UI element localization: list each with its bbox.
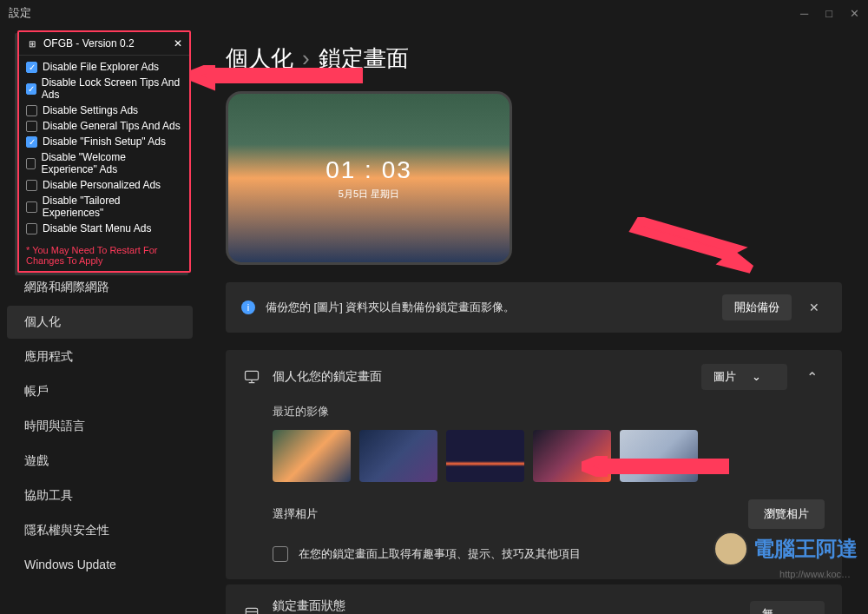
start-backup-button[interactable]: 開始備份 <box>722 294 792 320</box>
ofgb-item[interactable]: ✓Disable Lock Screen Tips And Ads <box>23 75 186 102</box>
checkbox[interactable] <box>26 158 36 169</box>
tips-checkbox[interactable] <box>273 546 288 562</box>
ofgb-item-label: Disable "Finish Setup" Ads <box>43 135 166 148</box>
ofgb-restart-note: * You May Need To Restart For Changes To… <box>19 240 189 271</box>
svg-marker-4 <box>582 458 725 475</box>
ofgb-popup: ⊞ OFGB - Version 0.2 ✕ ✓Disable File Exp… <box>17 30 191 273</box>
sidebar-item-network[interactable]: 網路和網際網路 <box>7 271 193 304</box>
checkbox[interactable]: ✓ <box>26 62 37 73</box>
close-icon[interactable]: ✕ <box>850 7 859 20</box>
ofgb-item[interactable]: Disable General Tips And Ads <box>23 118 186 134</box>
tips-checkbox-label: 在您的鎖定畫面上取得有趣事項、提示、技巧及其他項目 <box>299 546 581 562</box>
svg-marker-3 <box>635 221 751 269</box>
ofgb-item[interactable]: Disable "Welcome Experience" Ads <box>23 149 186 177</box>
background-type-dropdown[interactable]: 圖片 ⌄ <box>701 364 787 390</box>
ofgb-item[interactable]: Disable Start Menu Ads <box>23 221 186 236</box>
sidebar-item-privacy[interactable]: 隱私權與安全性 <box>7 514 193 547</box>
window-icon <box>243 605 260 615</box>
watermark-avatar-icon <box>713 531 748 566</box>
status-app-dropdown[interactable]: 無 ⌄ <box>750 601 825 615</box>
maximize-icon[interactable]: □ <box>825 7 832 20</box>
backup-info-banner: i 備份您的 [圖片] 資料夾以自動備份鎖定畫面影像。 開始備份 ✕ <box>226 282 842 333</box>
section-title: 個人化您的鎖定畫面 <box>273 369 689 385</box>
thumbnail[interactable] <box>273 430 351 482</box>
annotation-arrow <box>189 65 363 91</box>
ofgb-item-label: Disable "Welcome Experience" Ads <box>41 151 182 175</box>
ofgb-item[interactable]: Disable Settings Ads <box>23 102 186 118</box>
recent-thumbnails <box>273 430 825 482</box>
watermark-text: 電腦王阿達 <box>753 535 858 563</box>
preview-time: 01 : 03 <box>326 156 412 184</box>
ofgb-item[interactable]: Disable Personalized Ads <box>23 177 186 193</box>
close-banner-button[interactable]: ✕ <box>802 300 826 314</box>
ofgb-item[interactable]: Disable "Tailored Experiences" <box>23 193 186 221</box>
recent-images-label: 最近的影像 <box>273 404 825 419</box>
checkbox[interactable] <box>26 201 37 213</box>
thumbnail[interactable] <box>446 430 524 482</box>
sidebar-item-gaming[interactable]: 遊戲 <box>7 445 193 478</box>
lockscreen-preview: 01 : 03 5月5日 星期日 <box>226 91 512 265</box>
ofgb-item-label: Disable "Tailored Experiences" <box>43 195 182 219</box>
status-title: 鎖定畫面狀態 <box>273 598 738 614</box>
checkbox[interactable] <box>26 105 37 116</box>
watermark-url: http://www.koc… <box>779 569 851 579</box>
ofgb-title-text: OFGB - Version 0.2 <box>43 37 135 50</box>
ofgb-item-label: Disable File Explorer Ads <box>43 61 159 73</box>
ofgb-item-label: Disable Settings Ads <box>43 104 138 116</box>
svg-marker-2 <box>189 67 358 84</box>
ofgb-titlebar: ⊞ OFGB - Version 0.2 ✕ <box>19 32 189 56</box>
ofgb-item-label: Disable Lock Screen Tips And Ads <box>42 76 182 101</box>
sidebar-item-accessibility[interactable]: 協助工具 <box>7 479 193 512</box>
svg-rect-0 <box>246 371 259 380</box>
chevron-up-icon[interactable]: ⌃ <box>799 369 825 386</box>
lockscreen-status-section: 鎖定畫面狀態 選擇要在鎖定畫面上顯示詳細狀態的應用程式 無 ⌄ <box>226 584 842 614</box>
ofgb-item[interactable]: ✓Disable "Finish Setup" Ads <box>23 134 186 149</box>
ofgb-item-label: Disable Personalized Ads <box>43 179 161 191</box>
ofgb-item-label: Disable Start Menu Ads <box>43 222 151 234</box>
watermark: 電腦王阿達 <box>713 531 858 566</box>
sidebar-item-update[interactable]: Windows Update <box>7 549 193 580</box>
info-text: 備份您的 [圖片] 資料夾以自動備份鎖定畫面影像。 <box>266 300 712 315</box>
thumbnail[interactable] <box>359 430 437 482</box>
ofgb-app-icon: ⊞ <box>26 37 38 50</box>
main-content: 個人化 › 鎖定畫面 01 : 03 5月5日 星期日 i 備份您的 [圖片] … <box>200 26 868 614</box>
sidebar-item-personalization[interactable]: 個人化 <box>7 306 193 339</box>
minimize-icon[interactable]: ─ <box>800 7 808 20</box>
checkbox[interactable] <box>26 180 37 191</box>
window-controls: ─ □ ✕ <box>800 7 859 20</box>
preview-date: 5月5日 星期日 <box>339 188 399 201</box>
ofgb-item-label: Disable General Tips And Ads <box>43 120 181 132</box>
window-title: 設定 <box>9 5 31 21</box>
ofgb-item[interactable]: ✓Disable File Explorer Ads <box>23 59 186 75</box>
window-titlebar: 設定 ─ □ ✕ <box>0 0 868 26</box>
checkbox[interactable] <box>26 223 37 234</box>
sidebar-item-apps[interactable]: 應用程式 <box>7 340 193 373</box>
annotation-arrow <box>625 217 755 278</box>
info-icon: i <box>241 300 255 314</box>
annotation-arrow <box>582 456 729 477</box>
monitor-icon <box>243 368 260 386</box>
checkbox[interactable]: ✓ <box>26 83 36 95</box>
ofgb-close-button[interactable]: ✕ <box>174 37 182 50</box>
sidebar-item-time[interactable]: 時間與語言 <box>7 410 193 443</box>
choose-photo-label: 選擇相片 <box>273 506 748 522</box>
browse-photos-button[interactable]: 瀏覽相片 <box>748 499 825 529</box>
sidebar-item-accounts[interactable]: 帳戶 <box>7 375 193 408</box>
checkbox[interactable]: ✓ <box>26 136 37 148</box>
checkbox[interactable] <box>26 121 37 132</box>
